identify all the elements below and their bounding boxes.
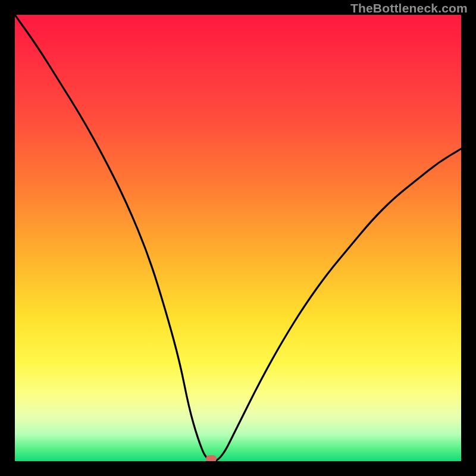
watermark-text: TheBottleneck.com xyxy=(350,1,468,15)
optimum-marker xyxy=(206,455,217,461)
bottleneck-curve xyxy=(15,15,461,461)
plot-area xyxy=(15,15,461,461)
curve-svg xyxy=(15,15,461,461)
chart-frame: TheBottleneck.com xyxy=(0,0,476,476)
